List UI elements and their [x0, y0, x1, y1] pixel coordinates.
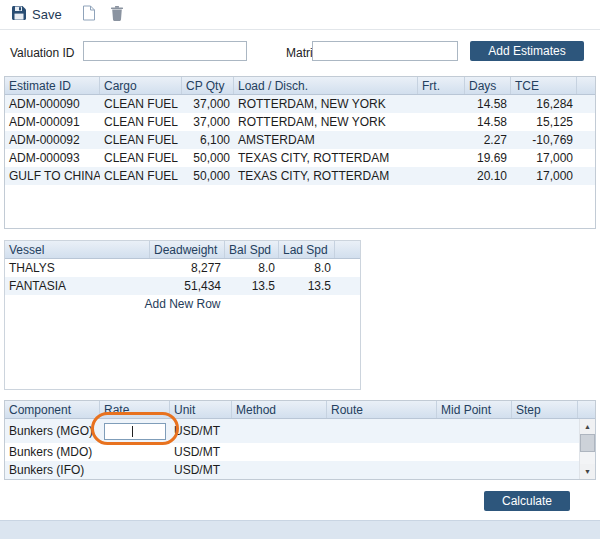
- new-document-button[interactable]: [79, 3, 99, 26]
- step-cell: [512, 461, 578, 479]
- column-header-unit: Unit: [170, 401, 232, 418]
- add-new-row-link[interactable]: Add New Row: [144, 297, 220, 311]
- vertical-scrollbar[interactable]: ▲ ▼: [579, 419, 595, 479]
- estimate-id-cell: ADM-000093: [5, 149, 100, 167]
- mid-point-cell: [437, 443, 512, 461]
- column-header-tce: TCE: [511, 77, 577, 94]
- bal-spd-cell: 8.0: [225, 259, 279, 277]
- cargo-cell: CLEAN FUEL: [100, 95, 182, 113]
- column-header-vessel: Vessel: [5, 241, 150, 258]
- tce-cell: 17,000: [511, 167, 577, 185]
- estimate-id-cell: ADM-000091: [5, 113, 100, 131]
- unit-cell: USD/MT: [170, 461, 232, 479]
- cp-qty-cell: 37,000: [182, 113, 234, 131]
- trash-icon: [110, 5, 124, 24]
- step-cell: [512, 419, 578, 443]
- column-header-component: Component: [5, 401, 100, 418]
- estimate-id-cell: ADM-000090: [5, 95, 100, 113]
- column-header-estimate-id: Estimate ID: [5, 77, 100, 94]
- estimate-id-cell: ADM-000092: [5, 131, 100, 149]
- method-cell: [232, 419, 327, 443]
- bal-spd-cell: 13.5: [225, 277, 279, 295]
- rate-cell: [100, 419, 170, 443]
- estimate-row[interactable]: ADM-000092 CLEAN FUEL 6,100 AMSTERDAM 2.…: [5, 131, 595, 149]
- column-header-days: Days: [465, 77, 511, 94]
- column-header-filler: [335, 241, 360, 258]
- component-cell: Bunkers (MDO): [5, 443, 100, 461]
- column-header-lad-spd: Lad Spd: [279, 241, 335, 258]
- text-caret: [132, 426, 133, 437]
- calculate-button[interactable]: Calculate: [484, 491, 570, 511]
- component-row[interactable]: Bunkers (MGO) USD/MT: [5, 419, 595, 443]
- estimate-row[interactable]: GULF TO CHINA CLEAN FUEL 50,000 TEXAS CI…: [5, 167, 595, 185]
- column-header-filler: [578, 401, 595, 418]
- frt-cell: [418, 113, 465, 131]
- method-cell: [232, 461, 327, 479]
- components-header: Component Rate Unit Method Route Mid Poi…: [5, 401, 595, 419]
- estimate-id-cell: GULF TO CHINA: [5, 167, 100, 185]
- rate-cell: [100, 461, 170, 479]
- estimate-row[interactable]: ADM-000091 CLEAN FUEL 37,000 ROTTERDAM, …: [5, 113, 595, 131]
- tce-cell: 16,284: [511, 95, 577, 113]
- mid-point-cell: [437, 461, 512, 479]
- matrix-input[interactable]: [312, 41, 458, 61]
- save-button[interactable]: Save: [8, 3, 65, 26]
- scroll-up-icon[interactable]: ▲: [580, 419, 595, 434]
- vessel-row[interactable]: FANTASIA 51,434 13.5 13.5: [5, 277, 360, 295]
- toolbar: Save: [0, 0, 600, 30]
- cargo-cell: CLEAN FUEL: [100, 167, 182, 185]
- lad-spd-cell: 8.0: [279, 259, 335, 277]
- estimates-header: Estimate ID Cargo CP Qty Load / Disch. F…: [5, 77, 595, 95]
- unit-cell: USD/MT: [170, 443, 232, 461]
- route-cell: [327, 419, 437, 443]
- status-bar: [0, 520, 600, 539]
- estimate-row[interactable]: ADM-000093 CLEAN FUEL 50,000 TEXAS CITY,…: [5, 149, 595, 167]
- step-cell: [512, 443, 578, 461]
- frt-cell: [418, 167, 465, 185]
- estimate-row[interactable]: ADM-000090 CLEAN FUEL 37,000 ROTTERDAM, …: [5, 95, 595, 113]
- rate-cell: [100, 443, 170, 461]
- valuation-id-label: Valuation ID: [10, 43, 74, 63]
- add-estimates-button[interactable]: Add Estimates: [470, 41, 584, 61]
- load-disch-cell: TEXAS CITY, ROTTERDAM: [234, 149, 418, 167]
- column-header-method: Method: [232, 401, 327, 418]
- days-cell: 2.27: [465, 131, 511, 149]
- column-header-frt: Frt.: [418, 77, 465, 94]
- vessel-name-cell: THALYS: [5, 259, 150, 277]
- column-header-cargo: Cargo: [100, 77, 182, 94]
- vessel-name-cell: FANTASIA: [5, 277, 150, 295]
- cargo-cell: CLEAN FUEL: [100, 149, 182, 167]
- lad-spd-cell: 13.5: [279, 277, 335, 295]
- column-header-bal-spd: Bal Spd: [225, 241, 279, 258]
- column-header-cp-qty: CP Qty: [182, 77, 234, 94]
- valuation-window: Save Valuation ID Matrix Add Estimates E…: [0, 0, 600, 539]
- cargo-cell: CLEAN FUEL: [100, 113, 182, 131]
- component-cell: Bunkers (IFO): [5, 461, 100, 479]
- valuation-id-input[interactable]: [83, 41, 247, 61]
- tce-cell: 17,000: [511, 149, 577, 167]
- load-disch-cell: ROTTERDAM, NEW YORK: [234, 113, 418, 131]
- estimates-grid: Estimate ID Cargo CP Qty Load / Disch. F…: [4, 76, 596, 229]
- cp-qty-cell: 50,000: [182, 149, 234, 167]
- cp-qty-cell: 37,000: [182, 95, 234, 113]
- vessel-row[interactable]: THALYS 8,277 8.0 8.0: [5, 259, 360, 277]
- column-header-deadweight: Deadweight: [150, 241, 225, 258]
- tce-cell: 15,125: [511, 113, 577, 131]
- days-cell: 14.58: [465, 113, 511, 131]
- unit-cell: USD/MT: [170, 419, 232, 443]
- save-label: Save: [32, 7, 62, 22]
- cargo-cell: CLEAN FUEL: [100, 131, 182, 149]
- component-row[interactable]: Bunkers (MDO) USD/MT: [5, 443, 595, 461]
- rate-input[interactable]: [104, 423, 166, 440]
- component-row[interactable]: Bunkers (IFO) USD/MT: [5, 461, 595, 479]
- days-cell: 19.69: [465, 149, 511, 167]
- load-disch-cell: TEXAS CITY, ROTTERDAM: [234, 167, 418, 185]
- tce-cell: -10,769: [511, 131, 577, 149]
- scrollbar-thumb[interactable]: [580, 434, 595, 452]
- save-icon: [11, 5, 27, 24]
- column-header-load-disch: Load / Disch.: [234, 77, 418, 94]
- scroll-down-icon[interactable]: ▼: [580, 464, 595, 479]
- component-cell: Bunkers (MGO): [5, 419, 100, 443]
- delete-button[interactable]: [107, 3, 127, 26]
- column-header-rate: Rate: [100, 401, 170, 418]
